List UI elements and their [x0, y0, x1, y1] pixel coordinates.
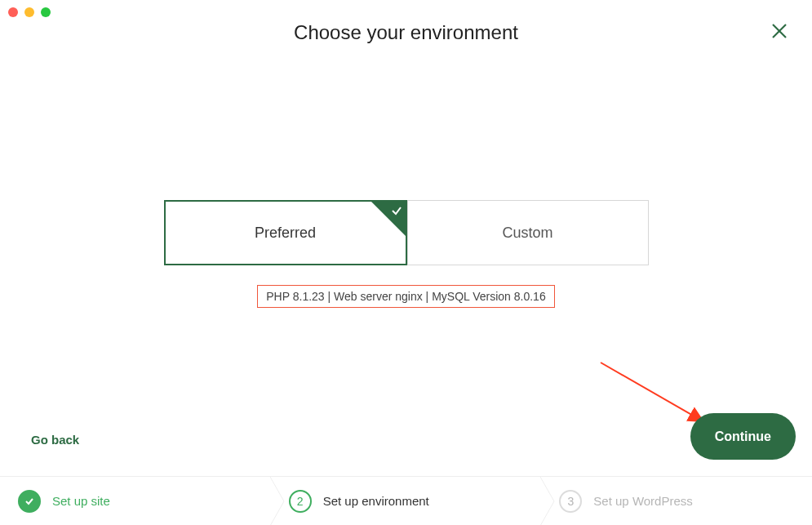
close-icon	[771, 23, 788, 39]
close-button[interactable]	[771, 23, 788, 39]
step-setup-wordpress: 3 Set up WordPress	[541, 477, 812, 525]
tab-custom-label: Custom	[502, 225, 552, 242]
tab-preferred[interactable]: Preferred	[164, 200, 407, 265]
window-controls	[8, 7, 51, 17]
environment-summary-text: PHP 8.1.23 | Web server nginx | MySQL Ve…	[266, 290, 545, 303]
step-label: Set up WordPress	[593, 494, 692, 508]
environment-summary: PHP 8.1.23 | Web server nginx | MySQL Ve…	[257, 285, 554, 308]
continue-button[interactable]: Continue	[690, 413, 796, 460]
step-label: Set up site	[52, 494, 110, 508]
window-zoom-dot[interactable]	[41, 7, 51, 17]
continue-label: Continue	[715, 429, 771, 443]
step-label: Set up environment	[323, 494, 429, 508]
environment-tabs: Preferred Custom	[164, 200, 649, 265]
go-back-label: Go back	[31, 433, 79, 447]
step-number: 3	[567, 495, 574, 508]
titlebar: Choose your environment	[0, 21, 812, 44]
step-number: 2	[297, 495, 304, 508]
step-done-icon	[18, 490, 41, 513]
tab-preferred-label: Preferred	[255, 225, 316, 242]
go-back-link[interactable]: Go back	[31, 433, 79, 447]
step-divider-icon	[270, 477, 295, 525]
window-minimize-dot[interactable]	[24, 7, 34, 17]
window-close-dot[interactable]	[8, 7, 18, 17]
checkmark-icon	[391, 205, 402, 219]
page-title: Choose your environment	[0, 21, 812, 44]
step-setup-site: Set up site	[0, 477, 271, 525]
step-setup-environment: 2 Set up environment	[271, 477, 542, 525]
step-divider-icon	[540, 477, 565, 525]
wizard-stepper: Set up site 2 Set up environment 3 Set u…	[0, 476, 812, 525]
tab-custom[interactable]: Custom	[407, 200, 649, 265]
svg-line-2	[601, 363, 700, 420]
environment-selector: Preferred Custom PHP 8.1.23 | Web server…	[0, 200, 812, 308]
